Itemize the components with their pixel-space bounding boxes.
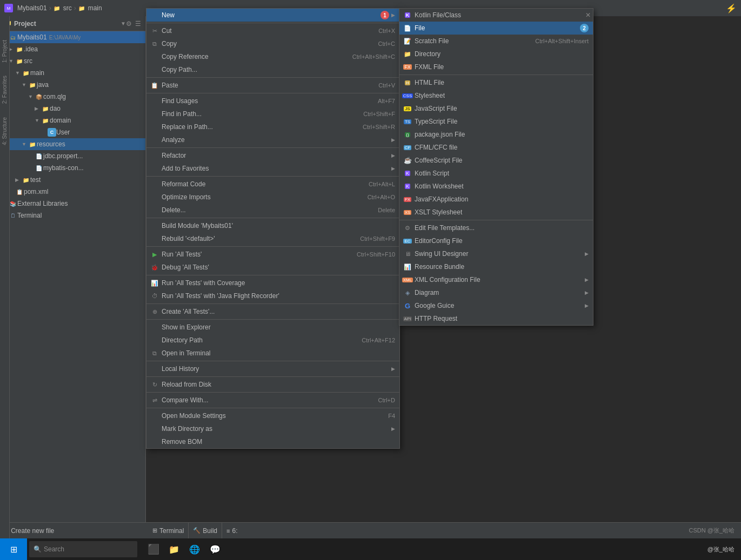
project-dropdown-icon[interactable]: ▼	[121, 21, 126, 26]
menu-item-refactor[interactable]: Refactor ▶	[146, 149, 399, 162]
menu-item-fxml[interactable]: FX FXML File	[399, 60, 593, 73]
tree-item-dao[interactable]: ▶ 📁 dao	[0, 103, 145, 114]
terminal-tab[interactable]: ⊞ Terminal	[148, 523, 189, 538]
menu-item-create-all-tests[interactable]: ⊕ Create 'All Tests'...	[146, 305, 399, 318]
tree-item-ext-libs[interactable]: ▶ 📚 External Libraries	[0, 198, 145, 210]
tree-item-resources[interactable]: ▼ 📁 resources	[0, 138, 145, 150]
menu-item-open-module-settings[interactable]: Open Module Settings F4	[146, 409, 399, 422]
menu-item-pkg-json[interactable]: {} package.json File	[399, 128, 593, 141]
context-menu-main: New 1 ▶ ✂ Cut Ctrl+X ⧉ Copy Ctrl+C Copy …	[146, 8, 400, 449]
menu-item-cfml[interactable]: CF CFML/CFC file	[399, 141, 593, 154]
folder-icon: 📁	[15, 57, 24, 65]
menu-item-copy[interactable]: ⧉ Copy Ctrl+C	[146, 37, 399, 50]
menu-item-directory[interactable]: 📁 Directory	[399, 48, 593, 60]
expand-arrow: ▼	[22, 141, 28, 147]
menu-item-resource-bundle[interactable]: 📊 Resource Bundle	[399, 260, 593, 273]
tree-item-main[interactable]: ▼ 📁 main	[0, 67, 145, 79]
number-tab[interactable]: ≡ 6:	[222, 523, 242, 538]
menu-item-html[interactable]: H HTML File	[399, 76, 593, 89]
menu-item-new[interactable]: New 1 ▶	[146, 9, 399, 22]
menu-item-mark-directory[interactable]: Mark Directory as ▶	[146, 422, 399, 435]
menu-item-kotlin-file[interactable]: K Kotlin File/Class	[399, 9, 593, 22]
menu-item-coffee[interactable]: ☕ CoffeeScript File	[399, 154, 593, 167]
breadcrumb-main[interactable]: main	[88, 4, 102, 12]
menu-item-cut[interactable]: ✂ Cut Ctrl+X	[146, 24, 399, 37]
menu-item-google-guice[interactable]: G Google Guice ▶	[399, 299, 593, 312]
tree-item-user[interactable]: ▶ C User	[0, 126, 145, 138]
submenu-arrow: ▶	[585, 303, 589, 308]
ts-icon: TS	[403, 117, 412, 126]
tree-item-jdbc[interactable]: ▶ 📄 jdbc.propert...	[0, 150, 145, 162]
build-tab[interactable]: 🔨 Build	[189, 523, 222, 538]
menu-label: New	[162, 11, 376, 19]
taskbar-intellij-icon[interactable]: ⬛	[144, 539, 163, 559]
tree-item-java[interactable]: ▼ 📁 java	[0, 79, 145, 91]
menu-item-build-module[interactable]: Build Module 'Mybaits01'	[146, 219, 399, 232]
menu-item-copy-path[interactable]: Copy Path...	[146, 63, 399, 76]
menu-item-swing-ui[interactable]: 🖥 Swing UI Designer ▶	[399, 247, 593, 260]
tree-item-pom[interactable]: ▶ 📋 pom.xml	[0, 186, 145, 198]
taskbar-browser-icon[interactable]: 🌐	[185, 539, 204, 559]
tree-item-test[interactable]: ▶ 📁 test	[0, 174, 145, 186]
menu-item-run-coverage[interactable]: 📊 Run 'All Tests' with Coverage	[146, 276, 399, 289]
menu-item-directory-path[interactable]: Directory Path Ctrl+Alt+F12	[146, 334, 399, 347]
menu-item-kotlin-ws[interactable]: K Kotlin Worksheet	[399, 180, 593, 193]
menu-item-reformat[interactable]: Reformat Code Ctrl+Alt+L	[146, 178, 399, 191]
breadcrumb-src[interactable]: src	[63, 4, 72, 12]
menu-item-paste[interactable]: 📋 Paste Ctrl+V	[146, 79, 399, 92]
menu-item-remove-bom[interactable]: Remove BOM	[146, 435, 399, 448]
structure-tab[interactable]: 4: Structure	[2, 115, 8, 147]
menu-item-scratch-file[interactable]: 📝 Scratch File Ctrl+Alt+Shift+Insert	[399, 35, 593, 48]
menu-item-open-terminal[interactable]: ⧉ Open in Terminal	[146, 347, 399, 360]
menu-item-find-in-path[interactable]: Find in Path... Ctrl+Shift+F	[146, 107, 399, 120]
menu-item-js-file[interactable]: JS JavaScript File	[399, 102, 593, 115]
menu-item-add-favorites[interactable]: Add to Favorites ▶	[146, 162, 399, 175]
menu-item-delete[interactable]: Delete... Delete	[146, 204, 399, 217]
create-new-file-btn[interactable]: + Create new file	[0, 527, 146, 535]
menu-item-compare-with[interactable]: ⇌ Compare With... Ctrl+D	[146, 394, 399, 407]
menu-item-edit-templates[interactable]: ⚙ Edit File Templates...	[399, 221, 593, 234]
menu-item-rebuild[interactable]: Rebuild '<default>' Ctrl+Shift+F9	[146, 232, 399, 245]
tree-item-com-qlg[interactable]: ▼ 📦 com.qlg	[0, 91, 145, 103]
menu-item-stylesheet[interactable]: CSS Stylesheet	[399, 89, 593, 102]
menu-item-optimize[interactable]: Optimize Imports Ctrl+Alt+O	[146, 191, 399, 204]
editorconfig-icon: EC	[403, 236, 412, 246]
breadcrumb-project[interactable]: Mybaits01	[17, 4, 47, 12]
menu-item-copy-reference[interactable]: Copy Reference Ctrl+Alt+Shift+C	[146, 50, 399, 63]
menu-item-local-history[interactable]: Local History ▶	[146, 362, 399, 375]
tree-item-domain[interactable]: ▼ 📁 domain	[0, 114, 145, 126]
menu-item-run-jfr[interactable]: ⏱ Run 'All Tests' with 'Java Flight Reco…	[146, 289, 399, 302]
tree-item-mybatis[interactable]: ▶ 📄 mybatis-con...	[0, 162, 145, 174]
menu-item-reload[interactable]: ↻ Reload from Disk	[146, 378, 399, 391]
menu-item-diagram[interactable]: ◈ Diagram ▶	[399, 286, 593, 299]
menu-item-ts-file[interactable]: TS TypeScript File	[399, 115, 593, 128]
shortcut: Ctrl+X	[378, 28, 395, 34]
menu-item-file[interactable]: 📄 File 2	[399, 22, 593, 35]
menu-item-xml-config[interactable]: XML XML Configuration File ▶	[399, 273, 593, 286]
tree-item-src[interactable]: ▼ 📁 src	[0, 55, 145, 67]
tree-item-mybaits01[interactable]: ▼ 🗂 Mybaits01 E:\JAVAA\My	[0, 31, 145, 43]
menu-item-editorconfig[interactable]: EC EditorConfig File	[399, 234, 593, 247]
settings-icon[interactable]: ☰	[135, 20, 141, 28]
gear-icon[interactable]: ⚙	[126, 20, 132, 28]
shortcut: Delete	[378, 207, 395, 213]
taskbar-search[interactable]: 🔍 Search	[29, 541, 137, 557]
menu-item-find-usages[interactable]: Find Usages Alt+F7	[146, 95, 399, 107]
menu-item-run-all-tests[interactable]: ▶ Run 'All Tests' Ctrl+Shift+F10	[146, 248, 399, 261]
tree-item-idea[interactable]: ▶ 📁 .idea	[0, 43, 145, 55]
menu-item-show-explorer[interactable]: Show in Explorer	[146, 321, 399, 334]
breadcrumb: M Mybaits01 › 📁 src › 📁 main	[4, 4, 102, 12]
tree-item-scratches[interactable]: ▶ 🗒 Terminal	[0, 210, 145, 221]
menu-item-javafx[interactable]: FX JavaFXApplication	[399, 193, 593, 206]
favorites-tab[interactable]: 2: Favorites	[2, 73, 8, 106]
menu-item-analyze[interactable]: Analyze ▶	[146, 133, 399, 146]
taskbar-explorer-icon[interactable]: 📁	[164, 539, 184, 559]
menu-item-replace-in-path[interactable]: Replace in Path... Ctrl+Shift+R	[146, 120, 399, 133]
menu-item-kotlin-script[interactable]: K Kotlin Script	[399, 167, 593, 180]
menu-item-debug-all-tests[interactable]: 🐞 Debug 'All Tests'	[146, 261, 399, 274]
project-tab[interactable]: 1: Project	[2, 38, 8, 65]
windows-start[interactable]: ⊞	[0, 538, 27, 560]
menu-item-xslt[interactable]: XS XSLT Stylesheet	[399, 206, 593, 219]
menu-item-http-request[interactable]: API HTTP Request	[399, 312, 593, 325]
taskbar-chat-icon[interactable]: 💬	[205, 539, 225, 559]
